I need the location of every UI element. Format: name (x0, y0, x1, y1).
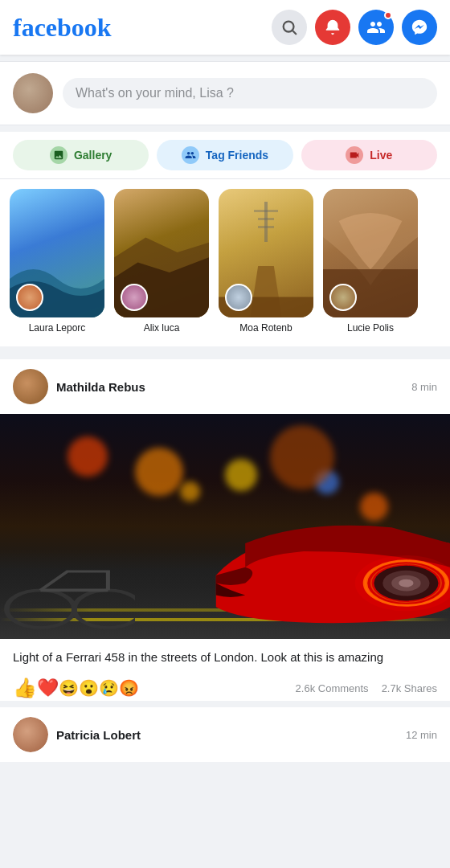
tag-friends-label: Tag Friends (206, 149, 268, 162)
live-icon (346, 146, 363, 164)
haha-reaction: 😆 (59, 680, 79, 696)
wow-reaction: 😮 (79, 680, 99, 696)
app-header: facebook (0, 0, 450, 55)
story-card[interactable]: Alix luca (114, 189, 209, 334)
notifications-button[interactable] (315, 10, 350, 45)
story-avatar-3 (225, 284, 252, 311)
post-input-prompt[interactable]: What's on your mind, Lisa ? (63, 78, 437, 108)
bell-icon (324, 18, 342, 36)
svg-point-15 (74, 590, 135, 628)
svg-rect-5 (258, 226, 274, 228)
car-scene-graphic (0, 414, 450, 639)
comments-count: 2.6k Comments (296, 682, 369, 694)
story-avatar-2 (121, 284, 148, 311)
story-card[interactable]: Moa Rotenb (219, 189, 313, 334)
story-image-3 (219, 189, 313, 317)
post-timestamp: 8 min (411, 381, 437, 393)
post-action-bar: Gallery Tag Friends Live (0, 132, 450, 179)
story-card[interactable]: Lucie Polis (323, 189, 418, 334)
search-button[interactable] (272, 10, 307, 45)
like-reaction: 👍 (13, 678, 37, 698)
app-logo: facebook (13, 13, 112, 43)
reaction-counts: 2.6k Comments 2.7k Shares (296, 682, 437, 694)
create-post-box: What's on your mind, Lisa ? (0, 61, 450, 125)
story-name-4: Lucie Polis (347, 322, 394, 334)
story-name-1: Laura Leporc (29, 322, 86, 334)
story-image-2 (114, 189, 209, 317)
post-user-info: Mathilda Rebus (13, 369, 145, 404)
reaction-emoji-list: 👍 ❤️ 😆 😮 😢 😡 (13, 678, 139, 698)
gallery-button[interactable]: Gallery (13, 140, 149, 170)
friend-requests-button[interactable] (358, 10, 394, 45)
gallery-icon (50, 146, 68, 164)
reactions-bar: 👍 ❤️ 😆 😮 😢 😡 2.6k Comments 2.7k Shares (0, 672, 450, 701)
post-user-avatar (13, 369, 48, 404)
story-avatar-4 (329, 284, 357, 311)
post-caption: Light of a Ferrari 458 in the streets of… (0, 639, 450, 672)
sad-reaction: 😢 (99, 680, 119, 696)
friend-notification-dot (384, 11, 392, 19)
post-username-2: Patricia Lobert (56, 728, 398, 742)
tag-friends-icon (182, 146, 199, 164)
story-image-1 (10, 189, 104, 317)
messenger-button[interactable] (402, 10, 437, 45)
story-card[interactable]: Laura Leporc (10, 189, 104, 334)
story-name-3: Moa Rotenb (239, 322, 292, 334)
red-car-svg (158, 448, 450, 639)
header-icon-group (272, 10, 437, 45)
svg-rect-2 (264, 202, 268, 242)
friends-icon (366, 18, 386, 37)
stories-section: Laura Leporc Alix luca (0, 179, 450, 353)
svg-rect-4 (258, 218, 274, 220)
angry-reaction: 😡 (119, 680, 139, 696)
tag-friends-button[interactable]: Tag Friends (157, 140, 292, 170)
post-header: Mathilda Rebus 8 min (0, 359, 450, 414)
gallery-label: Gallery (74, 149, 112, 162)
svg-point-14 (6, 590, 74, 628)
user-avatar (13, 73, 53, 113)
post-username: Mathilda Rebus (56, 380, 145, 394)
shares-count: 2.7k Shares (382, 682, 437, 694)
motorcycle-svg (0, 504, 135, 639)
post-user-avatar-2 (13, 717, 48, 752)
love-reaction: ❤️ (37, 679, 59, 697)
search-icon (280, 18, 298, 36)
post-card: Mathilda Rebus 8 min (0, 359, 450, 701)
story-avatar-1 (16, 284, 43, 311)
svg-rect-3 (254, 210, 278, 212)
post-timestamp-2: 12 min (406, 729, 437, 741)
post-card-preview: Patricia Lobert 12 min (0, 707, 450, 762)
svg-line-1 (292, 31, 296, 34)
post-image (0, 414, 450, 639)
story-name-2: Alix luca (144, 322, 180, 334)
story-image-4 (323, 189, 418, 317)
messenger-icon (411, 18, 428, 36)
live-label: Live (370, 149, 392, 162)
go-live-button[interactable]: Live (301, 140, 437, 170)
